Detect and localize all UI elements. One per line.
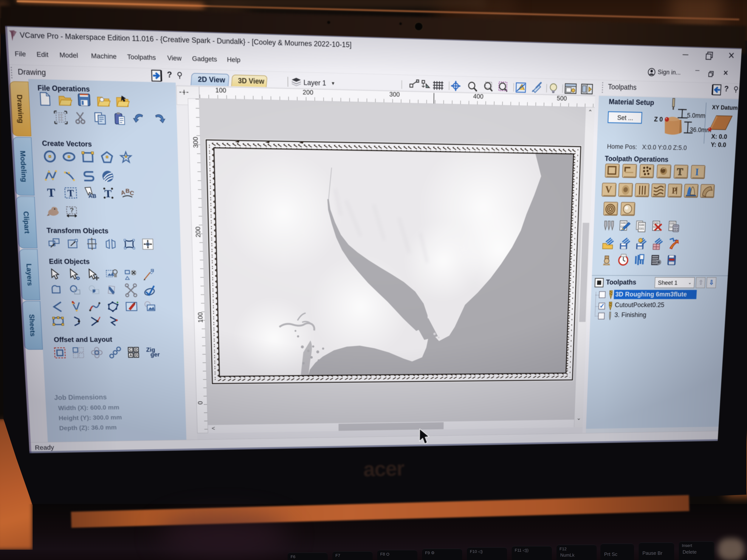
svg-text:T: T bbox=[67, 188, 74, 198]
svg-text:G00: G00 bbox=[639, 223, 644, 227]
svg-text:V: V bbox=[605, 184, 612, 195]
svg-text:A: A bbox=[129, 353, 132, 357]
svg-text:T: T bbox=[677, 166, 683, 177]
svg-text:C: C bbox=[129, 189, 134, 196]
svg-text:G01: G01 bbox=[639, 227, 644, 230]
svg-text:?: ? bbox=[70, 206, 74, 214]
svg-text:D: D bbox=[135, 353, 138, 357]
svg-text:ger: ger bbox=[150, 351, 160, 358]
svg-text:I: I bbox=[695, 166, 699, 178]
svg-text:G00: G00 bbox=[621, 221, 626, 225]
svg-text:AB: AB bbox=[88, 193, 97, 199]
svg-text:B: B bbox=[125, 187, 130, 194]
svg-text:T: T bbox=[47, 186, 56, 199]
svg-text:C: C bbox=[129, 348, 132, 352]
svg-text:D: D bbox=[135, 348, 138, 352]
svg-text:A: A bbox=[120, 189, 126, 196]
